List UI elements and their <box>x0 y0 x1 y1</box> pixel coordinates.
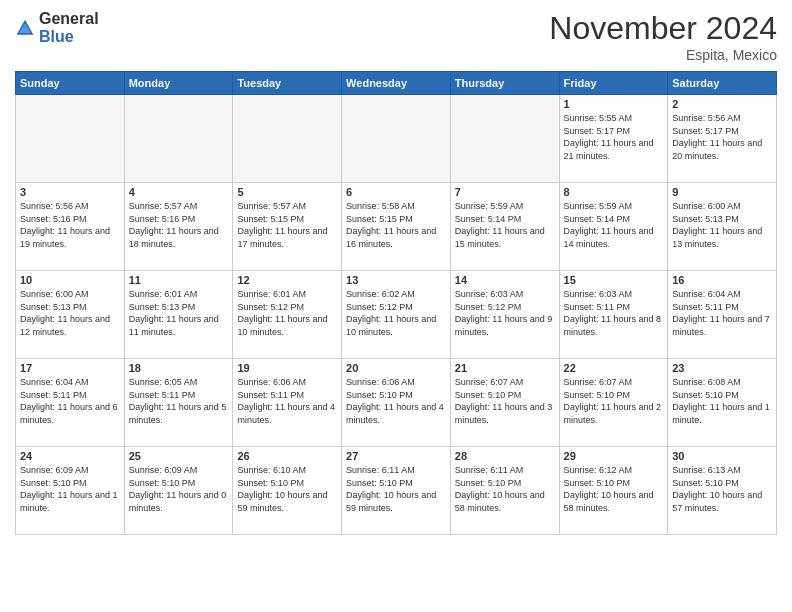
day-info: Sunrise: 6:00 AMSunset: 5:13 PMDaylight:… <box>20 288 120 338</box>
day-number: 5 <box>237 186 337 198</box>
calendar-cell: 27Sunrise: 6:11 AMSunset: 5:10 PMDayligh… <box>342 447 451 535</box>
weekday-header: Sunday <box>16 72 125 95</box>
day-info: Sunrise: 5:57 AMSunset: 5:16 PMDaylight:… <box>129 200 229 250</box>
calendar-cell: 11Sunrise: 6:01 AMSunset: 5:13 PMDayligh… <box>124 271 233 359</box>
weekday-header: Monday <box>124 72 233 95</box>
calendar: SundayMondayTuesdayWednesdayThursdayFrid… <box>15 71 777 535</box>
calendar-cell: 25Sunrise: 6:09 AMSunset: 5:10 PMDayligh… <box>124 447 233 535</box>
day-info: Sunrise: 6:04 AMSunset: 5:11 PMDaylight:… <box>672 288 772 338</box>
day-info: Sunrise: 5:57 AMSunset: 5:15 PMDaylight:… <box>237 200 337 250</box>
header: General Blue November 2024 Espita, Mexic… <box>15 10 777 63</box>
day-info: Sunrise: 6:13 AMSunset: 5:10 PMDaylight:… <box>672 464 772 514</box>
day-info: Sunrise: 6:01 AMSunset: 5:13 PMDaylight:… <box>129 288 229 338</box>
calendar-cell <box>124 95 233 183</box>
calendar-cell: 8Sunrise: 5:59 AMSunset: 5:14 PMDaylight… <box>559 183 668 271</box>
day-info: Sunrise: 6:03 AMSunset: 5:12 PMDaylight:… <box>455 288 555 338</box>
day-number: 15 <box>564 274 664 286</box>
calendar-cell: 9Sunrise: 6:00 AMSunset: 5:13 PMDaylight… <box>668 183 777 271</box>
weekday-header: Wednesday <box>342 72 451 95</box>
calendar-cell: 20Sunrise: 6:06 AMSunset: 5:10 PMDayligh… <box>342 359 451 447</box>
calendar-week-row: 24Sunrise: 6:09 AMSunset: 5:10 PMDayligh… <box>16 447 777 535</box>
day-number: 3 <box>20 186 120 198</box>
day-number: 21 <box>455 362 555 374</box>
calendar-cell <box>450 95 559 183</box>
title-block: November 2024 Espita, Mexico <box>549 10 777 63</box>
weekday-header: Friday <box>559 72 668 95</box>
calendar-cell: 28Sunrise: 6:11 AMSunset: 5:10 PMDayligh… <box>450 447 559 535</box>
logo: General Blue <box>15 10 99 45</box>
page: General Blue November 2024 Espita, Mexic… <box>0 0 792 612</box>
day-number: 23 <box>672 362 772 374</box>
calendar-cell: 29Sunrise: 6:12 AMSunset: 5:10 PMDayligh… <box>559 447 668 535</box>
weekday-header: Saturday <box>668 72 777 95</box>
day-number: 6 <box>346 186 446 198</box>
logo-blue: Blue <box>39 28 74 45</box>
day-number: 28 <box>455 450 555 462</box>
day-number: 14 <box>455 274 555 286</box>
location: Espita, Mexico <box>549 47 777 63</box>
day-number: 10 <box>20 274 120 286</box>
day-info: Sunrise: 6:02 AMSunset: 5:12 PMDaylight:… <box>346 288 446 338</box>
day-info: Sunrise: 6:03 AMSunset: 5:11 PMDaylight:… <box>564 288 664 338</box>
day-info: Sunrise: 6:09 AMSunset: 5:10 PMDaylight:… <box>20 464 120 514</box>
day-number: 12 <box>237 274 337 286</box>
weekday-header-row: SundayMondayTuesdayWednesdayThursdayFrid… <box>16 72 777 95</box>
calendar-cell <box>342 95 451 183</box>
day-info: Sunrise: 5:59 AMSunset: 5:14 PMDaylight:… <box>455 200 555 250</box>
calendar-week-row: 17Sunrise: 6:04 AMSunset: 5:11 PMDayligh… <box>16 359 777 447</box>
day-info: Sunrise: 5:56 AMSunset: 5:16 PMDaylight:… <box>20 200 120 250</box>
day-number: 19 <box>237 362 337 374</box>
day-info: Sunrise: 6:01 AMSunset: 5:12 PMDaylight:… <box>237 288 337 338</box>
day-number: 24 <box>20 450 120 462</box>
day-info: Sunrise: 6:07 AMSunset: 5:10 PMDaylight:… <box>564 376 664 426</box>
day-number: 22 <box>564 362 664 374</box>
day-number: 9 <box>672 186 772 198</box>
day-number: 4 <box>129 186 229 198</box>
calendar-cell: 3Sunrise: 5:56 AMSunset: 5:16 PMDaylight… <box>16 183 125 271</box>
calendar-cell: 7Sunrise: 5:59 AMSunset: 5:14 PMDaylight… <box>450 183 559 271</box>
day-info: Sunrise: 6:04 AMSunset: 5:11 PMDaylight:… <box>20 376 120 426</box>
calendar-cell: 26Sunrise: 6:10 AMSunset: 5:10 PMDayligh… <box>233 447 342 535</box>
calendar-cell: 5Sunrise: 5:57 AMSunset: 5:15 PMDaylight… <box>233 183 342 271</box>
calendar-cell: 2Sunrise: 5:56 AMSunset: 5:17 PMDaylight… <box>668 95 777 183</box>
calendar-cell: 10Sunrise: 6:00 AMSunset: 5:13 PMDayligh… <box>16 271 125 359</box>
calendar-cell: 16Sunrise: 6:04 AMSunset: 5:11 PMDayligh… <box>668 271 777 359</box>
day-info: Sunrise: 6:12 AMSunset: 5:10 PMDaylight:… <box>564 464 664 514</box>
calendar-cell: 13Sunrise: 6:02 AMSunset: 5:12 PMDayligh… <box>342 271 451 359</box>
logo-icon <box>15 18 35 38</box>
day-number: 17 <box>20 362 120 374</box>
calendar-week-row: 10Sunrise: 6:00 AMSunset: 5:13 PMDayligh… <box>16 271 777 359</box>
day-info: Sunrise: 6:11 AMSunset: 5:10 PMDaylight:… <box>346 464 446 514</box>
day-info: Sunrise: 5:58 AMSunset: 5:15 PMDaylight:… <box>346 200 446 250</box>
calendar-cell: 23Sunrise: 6:08 AMSunset: 5:10 PMDayligh… <box>668 359 777 447</box>
calendar-cell: 30Sunrise: 6:13 AMSunset: 5:10 PMDayligh… <box>668 447 777 535</box>
day-number: 7 <box>455 186 555 198</box>
day-info: Sunrise: 6:09 AMSunset: 5:10 PMDaylight:… <box>129 464 229 514</box>
day-number: 29 <box>564 450 664 462</box>
day-info: Sunrise: 5:55 AMSunset: 5:17 PMDaylight:… <box>564 112 664 162</box>
logo-general: General <box>39 10 99 27</box>
day-number: 27 <box>346 450 446 462</box>
day-info: Sunrise: 6:06 AMSunset: 5:11 PMDaylight:… <box>237 376 337 426</box>
day-number: 20 <box>346 362 446 374</box>
day-number: 8 <box>564 186 664 198</box>
calendar-cell <box>233 95 342 183</box>
day-info: Sunrise: 6:07 AMSunset: 5:10 PMDaylight:… <box>455 376 555 426</box>
calendar-cell: 6Sunrise: 5:58 AMSunset: 5:15 PMDaylight… <box>342 183 451 271</box>
day-info: Sunrise: 6:06 AMSunset: 5:10 PMDaylight:… <box>346 376 446 426</box>
month-title: November 2024 <box>549 10 777 47</box>
calendar-cell: 15Sunrise: 6:03 AMSunset: 5:11 PMDayligh… <box>559 271 668 359</box>
day-info: Sunrise: 6:10 AMSunset: 5:10 PMDaylight:… <box>237 464 337 514</box>
weekday-header: Thursday <box>450 72 559 95</box>
day-number: 30 <box>672 450 772 462</box>
day-number: 1 <box>564 98 664 110</box>
calendar-cell: 17Sunrise: 6:04 AMSunset: 5:11 PMDayligh… <box>16 359 125 447</box>
calendar-cell: 24Sunrise: 6:09 AMSunset: 5:10 PMDayligh… <box>16 447 125 535</box>
day-number: 18 <box>129 362 229 374</box>
weekday-header: Tuesday <box>233 72 342 95</box>
calendar-cell: 4Sunrise: 5:57 AMSunset: 5:16 PMDaylight… <box>124 183 233 271</box>
day-info: Sunrise: 5:56 AMSunset: 5:17 PMDaylight:… <box>672 112 772 162</box>
day-info: Sunrise: 5:59 AMSunset: 5:14 PMDaylight:… <box>564 200 664 250</box>
day-number: 11 <box>129 274 229 286</box>
calendar-cell: 18Sunrise: 6:05 AMSunset: 5:11 PMDayligh… <box>124 359 233 447</box>
